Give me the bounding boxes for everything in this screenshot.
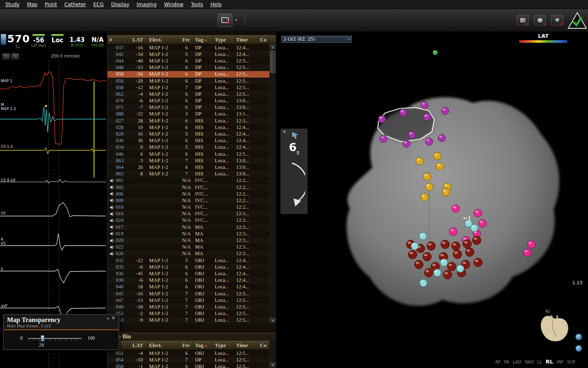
menu-item-study[interactable]: Study: [2, 1, 23, 8]
point-row-054[interactable]: 054-10MAP 1-27DPLoca...12:5...: [108, 356, 269, 363]
column-header-elect[interactable]: Elect.: [148, 341, 179, 350]
point-row-049[interactable]: 049-18MAP 1-27ORJLoca...12:5...: [108, 304, 269, 310]
point-row-022[interactable]: 022N/AMA12:3...: [108, 244, 269, 251]
map-point-yellow[interactable]: [421, 193, 429, 201]
point-row-026[interactable]: 026N/AMA12:3...: [108, 251, 269, 257]
map-point-pink[interactable]: [479, 220, 487, 228]
point-row-009[interactable]: 009N/AIVC...12:2...: [108, 197, 269, 204]
map-point-purple[interactable]: [421, 101, 428, 109]
menu-item-ecg[interactable]: ECG: [90, 1, 107, 8]
dialog-collapse-button[interactable]: ▴: [107, 316, 109, 320]
menu-item-window[interactable]: Window: [161, 1, 187, 8]
column-header-tag[interactable]: Tag▲: [194, 36, 214, 44]
point-row-001[interactable]: 001N/AIVC...12:2...: [108, 177, 269, 184]
dialog-header[interactable]: Map Transparency Main Map Viewer, 2-LV2 …: [4, 315, 119, 330]
map-point-cyan[interactable]: [457, 265, 464, 272]
transparency-slider[interactable]: 26: [28, 336, 82, 340]
rotate-arrow-icon[interactable]: [285, 161, 305, 210]
point-row-002[interactable]: 002N/AIVC...12:2...: [108, 184, 269, 191]
column-header-type[interactable]: Type: [214, 36, 235, 44]
point-row-020[interactable]: 020N/AMA12:3...: [108, 237, 269, 244]
map-point-purple[interactable]: [403, 140, 410, 147]
map-point-darkred[interactable]: [441, 240, 450, 249]
column-header-tag[interactable]: Tag▲: [194, 341, 214, 350]
menu-item-help[interactable]: Help: [207, 1, 225, 8]
map-point-cyan[interactable]: [434, 269, 441, 276]
map-point-cyan[interactable]: [411, 242, 418, 250]
map-point-pink[interactable]: [528, 241, 535, 248]
selection-tool-button[interactable]: [218, 14, 232, 27]
map-point-purple[interactable]: [423, 113, 431, 121]
menu-item-map[interactable]: Map: [23, 1, 41, 8]
scroll-up-button[interactable]: ▲: [270, 44, 276, 50]
orientation-rl[interactable]: RL: [546, 359, 553, 365]
map-point-darkred[interactable]: [415, 260, 423, 269]
column-header-type[interactable]: Type: [214, 341, 235, 350]
point-row-050[interactable]: 050-56MAP 1-26DPLoca...12:5...: [108, 71, 269, 78]
map-point-purple[interactable]: [380, 135, 387, 143]
column-header-num[interactable]: #: [108, 36, 128, 44]
column-header-frc[interactable]: Frc: [179, 341, 194, 350]
scroll-down-button[interactable]: ▼: [270, 318, 276, 324]
column-header-co[interactable]: Co: [259, 341, 269, 350]
slider-thumb[interactable]: [41, 335, 44, 342]
column-header-lat[interactable]: LAT: [128, 36, 148, 44]
rotation-widget[interactable]: × 6g: [280, 129, 308, 214]
point-row-016[interactable]: 016N/AIVC...12:3...: [108, 211, 269, 217]
selection-tool-dropdown[interactable]: ▾: [233, 14, 239, 27]
orientation-lao[interactable]: LAO: [513, 360, 521, 364]
bin-scroll-down-button[interactable]: ▼: [270, 362, 276, 368]
points-table-scrollbar[interactable]: ▲ ▼: [269, 44, 276, 324]
map-point-darkred[interactable]: [453, 250, 462, 259]
point-row-030[interactable]: 03036MAP 1-26HISLoca...12:4...: [108, 138, 269, 144]
point-row-071[interactable]: 071-7MAP 1-26DPLoca...13:0...: [108, 104, 269, 111]
point-row-034[interactable]: 0340MAP 1-25HISLoca...12:4...: [108, 144, 269, 151]
point-row-052[interactable]: 052-2MAP 1-27ORJLoca...12:5...: [108, 310, 269, 317]
map-round-button-1[interactable]: [575, 334, 582, 340]
orientation-inf[interactable]: INF: [557, 360, 563, 364]
point-row-058[interactable]: 058-12MAP 1-27DPLoca...12:5...: [108, 84, 269, 91]
color-scale-bar[interactable]: [519, 40, 567, 43]
point-row-028[interactable]: 02810MAP 1-26HISLoca...12:4...: [108, 124, 269, 131]
point-row-080[interactable]: 080-22MAP 1-23DPLoca...13:1...: [108, 111, 269, 117]
map-point-yellow[interactable]: [436, 163, 444, 170]
orientation-sup[interactable]: SUP: [567, 360, 575, 364]
map-point-darkred[interactable]: [409, 251, 417, 259]
map-point-pink[interactable]: [524, 249, 531, 257]
menu-item-point[interactable]: Point: [41, 1, 61, 8]
map-point-darkred[interactable]: [452, 242, 460, 251]
pan-forward-button[interactable]: ↘: [11, 53, 19, 59]
menu-item-tools[interactable]: Tools: [187, 1, 207, 8]
point-row-045[interactable]: 045-16MAP 1-27ORJLoca...12:5...: [108, 290, 269, 297]
pan-back-button[interactable]: ↖: [2, 53, 10, 59]
map-point-yellow[interactable]: [416, 157, 424, 165]
heart-model-button[interactable]: ♥×: [551, 15, 563, 25]
map-point-purple[interactable]: [441, 107, 449, 115]
map-point-darkred[interactable]: [425, 269, 433, 277]
map-point-darkred[interactable]: [423, 253, 432, 261]
bin-scrollbar[interactable]: ▼: [269, 341, 276, 368]
point-row-027[interactable]: 02728MAP 1-26HISLoca...12:3...: [108, 117, 269, 124]
map-point-purple[interactable]: [438, 134, 446, 142]
column-header-lat[interactable]: LAT: [128, 341, 148, 350]
map-point-cyan[interactable]: [471, 224, 478, 232]
map-point-yellow[interactable]: [434, 152, 441, 160]
map-point-purple[interactable]: [400, 109, 407, 116]
map-point-purple[interactable]: [378, 115, 386, 123]
map-point-yellow[interactable]: [425, 183, 433, 191]
map-point-cyan[interactable]: [420, 279, 427, 287]
point-row-056[interactable]: 056-20MAP 1-26DPLoca...12:5...: [108, 78, 269, 84]
point-row-039[interactable]: 039-6MAP 1-26ORJLoca...12:4...: [108, 277, 269, 284]
map-point-pink[interactable]: [450, 228, 457, 236]
reference-heart-icon[interactable]: [539, 314, 571, 343]
point-row-006[interactable]: 006N/AIVC...12:2...: [108, 191, 269, 197]
point-row-017[interactable]: 017N/AMA12:3...: [108, 224, 269, 230]
column-header-time[interactable]: Time: [235, 36, 259, 44]
point-row-065[interactable]: 0658MAP 1-27HISLoca...13:0...: [108, 171, 269, 177]
menu-item-imaging[interactable]: Imaging: [133, 1, 161, 8]
menu-item-catheter[interactable]: Catheter: [61, 1, 90, 8]
map-selector-dropdown[interactable]: 2-LV2 (62, 25) ▾: [281, 36, 352, 43]
point-row-010[interactable]: 010N/AIVC...12:2...: [108, 204, 269, 211]
point-row-040[interactable]: 04018MAP 1-26ORJLoca...12:4...: [108, 284, 269, 290]
map-point-cyan[interactable]: [440, 259, 448, 266]
